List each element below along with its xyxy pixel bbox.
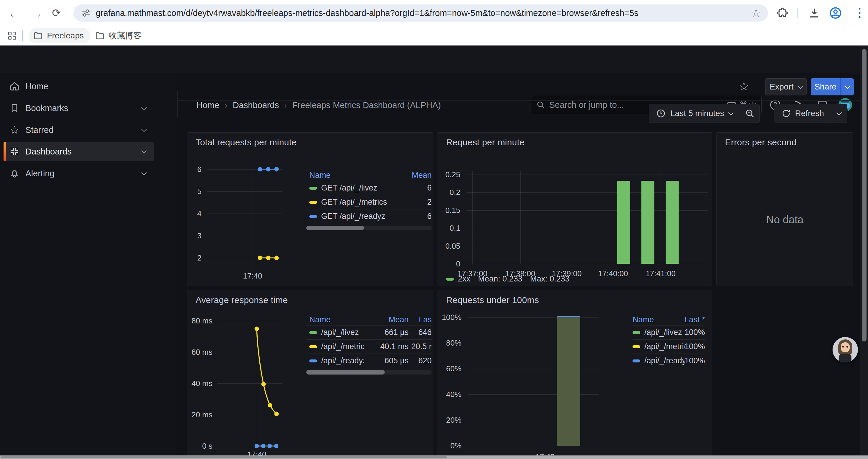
series-swatch [632,359,640,362]
bell-icon [4,168,25,178]
legend-header: Name Mean Las [306,314,432,325]
series-swatch [309,215,317,218]
export-button[interactable]: Export [765,78,807,95]
sidebar-item-alerting[interactable]: Alerting [4,164,154,183]
bookmark-star-icon[interactable]: ☆ [751,7,761,19]
panel-total-requests[interactable]: Total requests per minute 6 5 4 3 2 17:4… [187,132,433,286]
panel-request-per-minute[interactable]: Request per minute 0.25 0.2 0.15 0.1 0.0… [438,132,712,286]
legend-row[interactable]: /api/_/readyz 100% [632,354,705,368]
chevron-down-icon[interactable] [141,148,147,153]
sidebar-item-starred[interactable]: ☆ Starred [4,121,154,139]
share-menu-button[interactable] [840,78,854,95]
sidebar-item-home[interactable]: Home [4,77,154,96]
active-indicator [4,142,6,161]
panel-errors-per-second[interactable]: Errors per second No data [716,132,853,286]
browser-window: ← → ⟳ grafana.mathmast.com/d/deytv4rwava… [0,0,868,459]
bookmark-folder-blogs[interactable]: 收藏博客 [90,28,148,43]
legend-row[interactable]: /api/_/readyz 605 µs 620 [306,354,432,368]
share-split-button: Share [811,78,854,95]
refresh-interval-button[interactable] [831,104,847,123]
sidebar-item-bookmarks[interactable]: Bookmarks [4,99,154,118]
panel-title[interactable]: Errors per second [725,137,797,147]
panel-title[interactable]: Request per minute [446,137,524,147]
y-tick: 40% [438,390,462,399]
share-button[interactable]: Share [811,78,840,95]
legend-last-header[interactable]: Last * [685,315,705,324]
legend-table: Name Mean GET /api/_/livez 6 GET /api/_/… [306,169,432,230]
floating-assistant-avatar[interactable] [833,337,858,362]
legend-row[interactable]: /api/_/metrics 100% [632,339,705,354]
address-bar[interactable]: grafana.mathmast.com/d/deytv4rwavabkb/fr… [73,4,768,22]
legend-name-header[interactable]: Name [309,315,364,324]
series-swatch [446,277,454,281]
chevron-down-icon[interactable] [141,104,147,110]
toolbar-divider [797,8,798,18]
legend-row[interactable]: GET /api/_/readyz 6 [306,209,432,223]
y-tick: 0 [438,259,460,268]
time-controls: Last 5 minutes [649,104,760,123]
legend-mean-header[interactable]: Mean [411,171,432,180]
legend-row[interactable]: /api/_/livez 100% [632,325,705,339]
x-tick: 17:40:00 [598,269,628,278]
bar-2xx [617,181,630,264]
legend-name-header[interactable]: Name [309,171,411,180]
toolbar-divider [760,80,760,93]
profile-avatar[interactable] [829,6,842,20]
panel-title[interactable]: Average response time [195,295,288,305]
bar-2xx [665,181,679,264]
chevron-down-icon [836,110,842,115]
apps-grid-icon[interactable] [8,32,16,40]
time-range-picker[interactable]: Last 5 minutes [649,104,740,123]
legend-row[interactable]: GET /api/_/metrics 2 [306,195,432,209]
y-tick: 0 s [187,441,212,451]
legend-header: Name Mean [306,169,432,181]
panel-avg-response-time[interactable]: Average response time 80 ms 60 ms 40 ms … [187,290,433,459]
y-tick: 20 ms [187,410,212,419]
legend-row[interactable]: /api/_/livez 661 µs 646 [306,325,432,339]
reload-button[interactable]: ⟳ [52,6,61,20]
legend-last-header[interactable]: Las [409,315,432,324]
legend-item-2xx[interactable]: 2xx [446,274,470,284]
legend-name-header[interactable]: Name [632,315,685,324]
zoom-out-button[interactable] [740,104,759,123]
series-swatch [309,359,317,362]
series-swatch [309,331,317,334]
legend-scrollbar[interactable] [306,226,432,230]
panel-title[interactable]: Total requests per minute [195,137,297,147]
vertical-scrollbar-thumb[interactable] [862,49,867,341]
chevron-down-icon[interactable] [141,170,147,175]
favorite-star-icon[interactable]: ☆ [739,79,749,93]
browser-toolbar: ← → ⟳ grafana.mathmast.com/d/deytv4rwava… [0,0,868,26]
bar-under-100ms [557,317,580,446]
horizontal-scrollbar-thumb[interactable] [1,456,447,458]
site-settings-icon[interactable] [81,8,91,18]
refresh-button[interactable]: Refresh [774,104,831,123]
y-tick: 3 [187,231,202,240]
y-tick: 0% [438,441,462,451]
y-tick: 40 ms [187,379,212,388]
legend-row[interactable]: GET /api/_/livez 6 [306,181,432,195]
browser-menu-icon[interactable]: ⋮ [854,5,866,20]
breadcrumb: Home › Dashboards › Freeleaps Metrics Da… [196,100,441,110]
panel-under-100ms[interactable]: Requests under 100ms 100% 80% 60% 40% 20… [438,290,712,459]
y-tick: 60 ms [187,348,212,357]
sidebar-item-dashboards[interactable]: Dashboards [4,142,154,161]
chevron-down-icon [797,83,803,89]
legend-mean-header[interactable]: Mean [364,315,409,324]
sidebar-item-label: Dashboards [25,147,142,157]
breadcrumb-dashboards[interactable]: Dashboards [233,100,279,110]
extensions-icon[interactable] [776,7,788,19]
download-icon[interactable] [808,7,820,19]
breadcrumb-home[interactable]: Home [196,100,219,110]
back-button[interactable]: ← [8,6,20,20]
forward-button[interactable]: → [31,6,42,20]
url-text[interactable]: grafana.mathmast.com/d/deytv4rwavabkb/fr… [96,8,751,18]
bookmark-label: Freeleaps [47,31,84,40]
bookmark-folder-freeleaps[interactable]: Freeleaps [29,28,90,43]
sidebar: Home Bookmarks ☆ Starred Dashboards [0,73,177,459]
legend-scrollbar[interactable] [306,370,432,374]
legend-row[interactable]: /api/_/metrics 40.1 ms 20.5 r [306,339,432,354]
breadcrumb-separator: › [284,101,287,110]
panel-title[interactable]: Requests under 100ms [446,295,539,305]
chevron-down-icon[interactable] [141,126,147,132]
